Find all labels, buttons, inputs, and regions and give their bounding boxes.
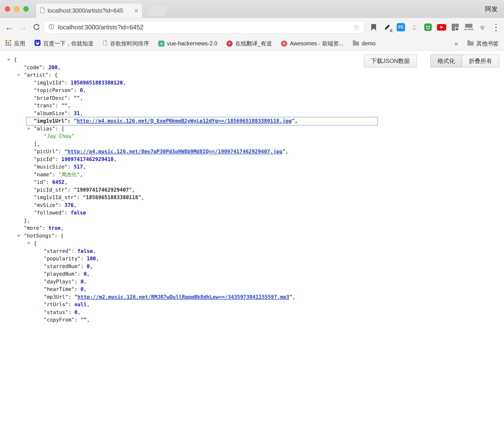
json-token: :	[64, 80, 70, 86]
json-token: :	[64, 210, 70, 216]
json-link[interactable]: http://p4.music.126.net/Q_ExePNkmqB2yWyL…	[77, 118, 292, 124]
json-link[interactable]: http://p4.music.126.net/8mv7qP30Pd3oHW8b…	[67, 149, 282, 154]
user-silhouette-extension-icon[interactable]	[410, 22, 419, 32]
json-token: :	[46, 179, 52, 185]
qrcode-extension-icon[interactable]	[451, 22, 460, 32]
json-token: :	[68, 294, 74, 300]
json-token: ""	[61, 103, 67, 109]
bookmark-item-vue-hackernews[interactable]: V vue-hackernews-2.0	[158, 40, 217, 47]
json-line: {	[0, 240, 504, 247]
collapse-caret-icon[interactable]	[27, 242, 30, 245]
bookmark-ribbon-extension-icon[interactable]	[369, 22, 378, 32]
json-token: ,	[80, 111, 83, 116]
other-bookmarks[interactable]: 其他书签	[467, 40, 499, 47]
vue-icon: V	[158, 41, 164, 47]
json-token: 200	[48, 65, 58, 70]
json-token: ,	[132, 187, 135, 193]
green-face-extension-icon[interactable]	[423, 22, 433, 32]
json-token: "name"	[34, 172, 52, 178]
json-token: ,	[84, 286, 87, 292]
youtube-extension-icon[interactable]	[437, 22, 446, 32]
json-token: 6452	[52, 179, 65, 185]
reload-icon[interactable]	[31, 21, 42, 33]
bookmark-item-google-sort[interactable]: 谷歌按时间排序	[103, 40, 149, 47]
json-token: :	[81, 256, 87, 262]
json-token: 100	[87, 256, 96, 262]
json-token: "followed"	[34, 210, 64, 216]
zoom-window-button[interactable]	[23, 6, 29, 12]
json-token: :	[74, 279, 80, 285]
json-token: 0	[84, 271, 87, 277]
bookmark-item-baidu[interactable]: 百度一下，你就知道	[34, 40, 93, 47]
json-line: "status": 0,	[0, 309, 504, 316]
json-token: :	[77, 271, 84, 277]
json-token: 0	[80, 87, 83, 93]
json-line: "musicSize": 517,	[0, 163, 504, 171]
collapse-caret-icon[interactable]	[7, 59, 10, 61]
json-token: ,	[114, 156, 117, 162]
bookmark-label: 百度一下，你就知道	[43, 40, 93, 47]
json-token: "trans"	[34, 103, 55, 109]
json-token: ,	[61, 225, 64, 231]
collapse-caret-icon[interactable]	[17, 235, 20, 237]
json-line: "id": 6452,	[0, 179, 504, 186]
paw-extension-icon[interactable]	[478, 22, 487, 32]
json-token: :	[77, 195, 83, 200]
json-line: "rtUrls": null,	[0, 301, 504, 309]
new-tab-button[interactable]	[147, 6, 168, 16]
minimize-window-button[interactable]	[14, 6, 19, 12]
bookmark-item-apps[interactable]: 应用	[5, 40, 25, 47]
player-extension-icon[interactable]: PLAYER	[464, 22, 473, 32]
json-line: "popularity": 100,	[0, 255, 504, 263]
page-favicon-icon	[40, 7, 45, 14]
json-token: "	[64, 149, 67, 154]
json-token: ,	[87, 302, 90, 307]
json-token: "code"	[24, 65, 42, 70]
back-icon[interactable]: ←	[3, 21, 15, 33]
json-token: "18569651883380118"	[83, 195, 141, 200]
json-token: "hotSongs"	[24, 233, 54, 239]
close-window-button[interactable]	[5, 6, 10, 12]
browser-tab[interactable]: localhost:3000/artists?id=645 ×	[36, 3, 142, 18]
json-token: "more"	[24, 225, 42, 231]
bookmark-item-awesomes[interactable]: A Awesomes - 前端资...	[281, 40, 344, 47]
json-token: "rtUrls"	[44, 302, 68, 307]
address-bar[interactable]: localhost:3000/artists?id=6452 ☆	[44, 21, 364, 34]
json-line: "hotSongs": [	[0, 232, 504, 240]
json-line: "briefDesc": "",	[0, 94, 504, 102]
player-label: PLAYER	[464, 28, 474, 31]
bookmarks-overflow-icon[interactable]: »	[454, 40, 458, 47]
json-token: "	[289, 294, 292, 300]
json-token: :	[58, 149, 64, 154]
translate-pen-extension-icon[interactable]: 英	[383, 22, 392, 32]
json-token: "starredNum"	[44, 264, 81, 269]
fe-extension-icon[interactable]: FE	[396, 22, 405, 32]
json-token: "status"	[44, 309, 68, 315]
json-token: 31	[74, 111, 80, 116]
bookmark-label: 应用	[14, 40, 25, 47]
json-line: "topicPerson": 0,	[0, 87, 504, 94]
json-line: {	[0, 56, 504, 64]
browser-menu-icon[interactable]: ⋮	[491, 22, 501, 32]
tab-close-icon[interactable]: ×	[134, 7, 138, 14]
json-line: "picUrl": "http://p4.music.126.net/8mv7q…	[0, 148, 504, 156]
json-token: "	[74, 294, 77, 300]
site-info-icon[interactable]	[48, 24, 55, 31]
collapse-caret-icon[interactable]	[27, 128, 30, 130]
bookmark-label: 在线翻译_有道	[235, 40, 272, 47]
json-token: [	[61, 126, 65, 132]
json-token: :	[52, 172, 58, 178]
json-token: 0	[81, 286, 84, 292]
json-token: }	[24, 218, 27, 223]
json-link[interactable]: http://m2.music.126.net/RMJR7wDullRqppBk…	[77, 294, 289, 300]
bookmark-star-icon[interactable]: ☆	[353, 23, 360, 31]
json-token: "id"	[34, 179, 46, 185]
bookmark-item-demo[interactable]: demo	[353, 40, 376, 47]
translate-badge-label: 英	[389, 29, 393, 33]
json-token: :	[67, 111, 74, 116]
json-token: ,	[87, 271, 90, 277]
collapse-caret-icon[interactable]	[17, 74, 20, 76]
bookmark-item-youdao[interactable]: Y 在线翻译_有道	[227, 40, 272, 47]
json-line: "more": true,	[0, 224, 504, 232]
json-token: :	[55, 126, 61, 132]
